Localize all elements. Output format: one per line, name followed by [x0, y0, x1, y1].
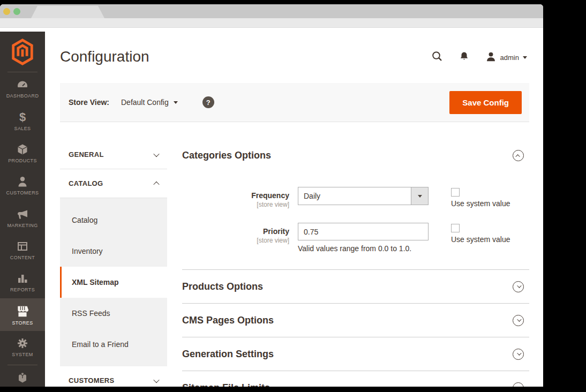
section-header-categories-options[interactable]: Categories Options [182, 150, 524, 161]
chevron-up-icon [515, 154, 520, 159]
priority-input[interactable] [298, 223, 429, 240]
sidebar-item-label: STORES [12, 320, 33, 326]
priority-label: Priority [182, 227, 289, 236]
sidebar-item-stores[interactable]: STORES [0, 298, 45, 330]
chevron-down-icon [418, 195, 422, 198]
chevron-down-icon [517, 317, 521, 321]
chevron-up-icon [153, 181, 159, 187]
sidebar-item-label: SYSTEM [12, 352, 33, 357]
header-actions: admin [431, 50, 527, 64]
sidebar-item-label: CONTENT [10, 255, 35, 260]
magento-logo[interactable] [0, 32, 45, 72]
expand-section-button[interactable] [513, 281, 524, 292]
sidebar-item-sales[interactable]: $ SALES [0, 104, 45, 137]
section-title: Categories Options [182, 150, 271, 161]
main-content: Configuration admin [45, 28, 543, 387]
browser-window: DASHBOARD $ SALES PRODUCTS CUSTOMERS [0, 4, 543, 387]
nav-item-email-to-a-friend[interactable]: Email to a Friend [60, 329, 167, 360]
nav-item-rss-feeds[interactable]: RSS Feeds [60, 298, 167, 329]
person-icon [16, 175, 29, 188]
gauge-icon [16, 78, 29, 91]
sidebar-item-marketing[interactable]: MARKETING [0, 201, 45, 233]
section-title: Sitemap File Limits [182, 382, 270, 387]
sidebar-item-dashboard[interactable]: DASHBOARD [0, 72, 45, 104]
bar-chart-icon [16, 272, 29, 285]
magento-admin-app: DASHBOARD $ SALES PRODUCTS CUSTOMERS [0, 28, 543, 387]
chevron-down-icon [523, 56, 527, 59]
section-cms-pages-options[interactable]: CMS Pages Options [182, 303, 529, 337]
catalog-subnav: Catalog Inventory XML Sitemap RSS Feeds … [60, 198, 167, 366]
frequency-select-value: Daily [298, 187, 411, 205]
sidebar-item-products[interactable]: PRODUCTS [0, 137, 45, 169]
frequency-label: Frequency [182, 191, 289, 200]
frequency-use-system-checkbox[interactable] [451, 188, 460, 197]
expand-section-button[interactable] [513, 315, 524, 326]
store-view-switcher[interactable]: Default Config [121, 98, 178, 107]
store-view-label: Store View: [69, 98, 109, 107]
page-header: Configuration admin [45, 28, 543, 83]
expand-section-button[interactable] [513, 382, 524, 387]
config-sections: Categories Options Frequency [store view… [182, 140, 529, 387]
admin-account-menu[interactable]: admin [485, 51, 527, 64]
admin-username: admin [500, 54, 519, 62]
sidebar-item-system[interactable]: SYSTEM [0, 331, 45, 363]
zoom-traffic-light[interactable] [13, 8, 20, 15]
save-config-button[interactable]: Save Config [449, 91, 522, 114]
chevron-down-icon [517, 351, 521, 355]
section-generation-settings[interactable]: Generation Settings [182, 337, 529, 371]
collapse-section-button[interactable] [513, 150, 524, 161]
section-sitemap-file-limits[interactable]: Sitemap File Limits [182, 371, 529, 387]
page-title: Configuration [60, 48, 149, 65]
nav-group-label: GENERAL [69, 150, 104, 159]
nav-group-catalog[interactable]: CATALOG [60, 169, 167, 198]
priority-use-system-checkbox[interactable] [451, 224, 460, 232]
priority-scope-label: [store view] [182, 237, 289, 244]
browser-titlebar [0, 4, 543, 18]
minimize-traffic-light[interactable] [3, 8, 10, 15]
scope-bar: Store View: Default Config ? Save Config [60, 83, 529, 122]
select-dropdown-button[interactable] [411, 187, 428, 205]
priority-validation-note: Valid values range from 0.0 to 1.0. [298, 244, 429, 253]
use-system-value-label: Use system value [451, 235, 510, 244]
sidebar-item-label: SALES [14, 126, 31, 131]
sidebar-item-customers[interactable]: CUSTOMERS [0, 169, 45, 201]
sidebar-item-reports[interactable]: REPORTS [0, 266, 45, 298]
sidebar-item-content[interactable]: CONTENT [0, 234, 45, 266]
notifications-bell-icon[interactable] [459, 51, 469, 64]
admin-sidebar: DASHBOARD $ SALES PRODUCTS CUSTOMERS [0, 32, 45, 387]
browser-tab[interactable] [31, 6, 104, 18]
nav-item-inventory[interactable]: Inventory [60, 236, 167, 267]
nav-item-xml-sitemap[interactable]: XML Sitemap [60, 267, 167, 298]
search-icon[interactable] [431, 50, 443, 64]
config-nav: GENERAL CATALOG Catalog Inventory XML Si… [60, 140, 167, 387]
dollar-icon: $ [19, 111, 26, 124]
expand-section-button[interactable] [513, 349, 524, 360]
nav-group-general[interactable]: GENERAL [60, 140, 167, 169]
gear-icon [16, 337, 29, 350]
nav-item-catalog[interactable]: Catalog [60, 205, 167, 236]
extensions-icon[interactable] [15, 370, 30, 387]
section-title: Generation Settings [182, 349, 274, 360]
sidebar-item-label: MARKETING [7, 223, 37, 228]
frequency-scope-label: [store view] [182, 201, 289, 208]
section-categories-options: Categories Options Frequency [store view… [182, 140, 529, 269]
section-title: CMS Pages Options [182, 315, 274, 326]
frequency-select[interactable]: Daily [298, 187, 429, 205]
chevron-down-icon [153, 150, 159, 156]
help-icon[interactable]: ? [202, 96, 214, 108]
box-icon [16, 143, 29, 156]
nav-group-customers[interactable]: CUSTOMERS [60, 366, 167, 387]
megaphone-icon [16, 208, 29, 221]
nav-group-label: CUSTOMERS [69, 376, 115, 385]
sidebar-item-label: PRODUCTS [8, 158, 37, 163]
config-body: GENERAL CATALOG Catalog Inventory XML Si… [60, 122, 529, 387]
chevron-down-icon [174, 101, 178, 104]
sidebar-item-label: REPORTS [10, 287, 35, 292]
section-title: Products Options [182, 281, 263, 292]
chevron-down-icon [153, 376, 159, 382]
chevron-down-icon [517, 283, 521, 288]
storefront-icon [16, 304, 29, 318]
section-products-options[interactable]: Products Options [182, 269, 529, 303]
browser-toolbar [0, 18, 543, 28]
frequency-field-row: Frequency [store view] Daily [182, 187, 524, 208]
